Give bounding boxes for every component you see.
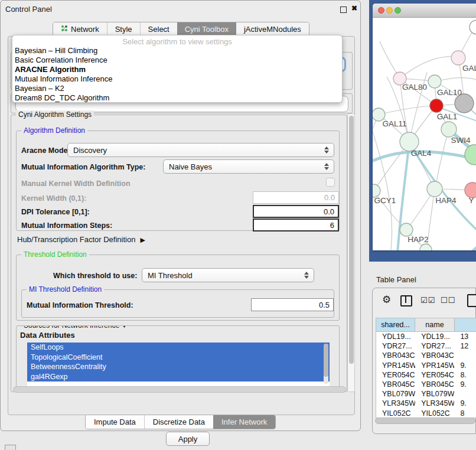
network-node[interactable] [465, 145, 476, 165]
algorithm-option[interactable]: Bayesian – Hill Climbing [12, 46, 342, 56]
list-scrollbar[interactable] [324, 344, 328, 384]
table-row[interactable]: YBR045CYBR045C9. [376, 380, 476, 389]
network-node[interactable] [420, 244, 432, 250]
table-cell: YIL052C [415, 409, 454, 418]
algorithm-option[interactable]: Dream8 DC_TDC Algorithm [12, 93, 342, 103]
tab-jactivemnodules[interactable]: jActiveMNodules [236, 22, 309, 36]
settings-legend: Cyni Algorithm Settings [16, 110, 94, 119]
deselect-all-checkboxes-icon[interactable]: ☐☐ [441, 296, 455, 305]
table-panel-window: ⚙ ☑☑ ☐☐ shared... name YDL19...YDL19...1… [372, 288, 476, 434]
network-node[interactable] [451, 51, 465, 65]
network-node-label: GAL1 [437, 112, 458, 121]
table-cell: 8. [454, 371, 476, 379]
mi-steps-input[interactable]: 6 [253, 219, 339, 231]
mi-type-value: Naive Bayes [169, 162, 212, 171]
table-cell: YDL19... [376, 332, 415, 341]
hub-definition-toggle[interactable]: Hub/Transcription Factor Definition▶ [17, 235, 145, 244]
kernel-width-input[interactable]: 0.0 [253, 191, 339, 204]
close-traffic-light-icon[interactable] [378, 7, 384, 14]
algorithm-option[interactable]: Basic Correlation Inference [12, 56, 342, 65]
close-icon[interactable]: ✖ [351, 4, 357, 12]
control-panel-title: Control Panel [5, 5, 52, 14]
network-canvas[interactable]: GALGAL80GAL10GAL11GAL1SWI4GAL4GCY1HAP4YH… [373, 18, 476, 250]
table-row[interactable]: YLR345WYLR345W9. [376, 399, 476, 408]
data-attribute-item[interactable]: BetweennessCentrality [27, 362, 330, 372]
minimize-traffic-light-icon[interactable] [386, 7, 393, 14]
settings-vertical-scrollbar[interactable] [347, 113, 355, 392]
algorithm-option[interactable]: ARACNE Algorithm [12, 65, 342, 74]
aracne-mode-select[interactable]: Discovery [67, 143, 334, 157]
bottom-tabbar: Impute Data Discretize Data Infer Networ… [85, 415, 276, 429]
network-node[interactable] [428, 75, 441, 88]
network-node[interactable] [441, 122, 457, 137]
data-attribute-item[interactable]: TopologicalCoefficient [27, 353, 330, 363]
tab-cyni-toolbox[interactable]: Cyni Toolbox [177, 22, 236, 36]
tab-infer-network[interactable]: Infer Network [213, 415, 275, 429]
table-cell: YBR045C [376, 380, 415, 389]
tab-cyni-toolbox-label: Cyni Toolbox [185, 22, 229, 36]
threshold-definition-group: Threshold Definition Which threshold to … [16, 255, 340, 321]
network-node-label: GAL [462, 64, 476, 73]
algorithm-dropdown-popup: Select algorithm to view settings Bayesi… [12, 35, 343, 103]
dpi-tolerance-input[interactable]: 0.0 [253, 205, 339, 218]
table-row[interactable]: YPR145WYPR145W9. [376, 361, 476, 370]
stepper-arrows-icon [304, 272, 309, 279]
zoom-traffic-light-icon[interactable] [395, 7, 401, 14]
column-header-shared[interactable]: shared... [376, 318, 415, 331]
table-row[interactable]: YER054CYER054C8. [376, 370, 476, 380]
algorithm-option[interactable]: Bayesian – K2 [12, 84, 342, 93]
mit-input[interactable]: 0.5 [251, 298, 334, 311]
network-node[interactable] [430, 99, 443, 112]
network-view-window: GALGAL80GAL10GAL11GAL1SWI4GAL4GCY1HAP4YH… [373, 4, 476, 250]
tab-discretize-data[interactable]: Discretize Data [144, 415, 213, 429]
kernel-width-label: Kernel Width (0,1): [21, 194, 86, 203]
table-cell: YLR345W [376, 399, 415, 407]
manual-kernel-checkbox[interactable] [326, 178, 335, 187]
node-table: shared... name YDL19...YDL19...13YDR27..… [376, 318, 476, 418]
algorithm-option[interactable]: Mutual Information Inference [12, 74, 342, 84]
tab-impute-data[interactable]: Impute Data [86, 415, 144, 429]
network-node[interactable] [470, 20, 476, 34]
table-row[interactable]: YBL079WYBL079W [376, 389, 476, 399]
document-icon[interactable] [467, 294, 476, 307]
bottom-left-mini-button[interactable] [5, 445, 16, 450]
mi-type-select[interactable]: Naive Bayes [163, 159, 334, 174]
threshold-legend: Threshold Definition [21, 250, 89, 259]
network-node[interactable] [427, 181, 442, 197]
table-horizontal-scrollbar[interactable] [375, 418, 475, 424]
gear-icon[interactable]: ⚙ [382, 294, 391, 306]
select-all-checkboxes-icon[interactable]: ☑☑ [420, 296, 435, 305]
stepper-arrows-icon [324, 163, 329, 170]
cyni-toolbox-panel: Select algorithm to view settings Bayesi… [8, 36, 355, 415]
sources-legend-label: Sources for Network Inference [24, 325, 119, 330]
table-cell: 8 [454, 409, 476, 418]
data-attributes-list: SelfLoopsTopologicalCoefficientBetweenne… [27, 343, 330, 386]
settings-horizontal-scrollbar[interactable] [13, 386, 346, 393]
network-window-titlebar[interactable] [373, 4, 476, 18]
network-node[interactable] [373, 184, 380, 197]
mi-threshold-group: MI Threshold Definition Mutual Informati… [21, 289, 334, 318]
tab-style[interactable]: Style [107, 22, 140, 36]
network-node[interactable] [400, 223, 413, 236]
table-row[interactable]: YBR043CYBR043C [376, 351, 476, 360]
table-cell: 9. [454, 399, 476, 407]
dpi-tolerance-label: DPI Tolerance [0,1]: [21, 208, 90, 216]
which-threshold-select[interactable]: MI Threshold [142, 268, 314, 282]
apply-button[interactable]: Apply [166, 432, 210, 446]
sources-legend[interactable]: Sources for Network Inference ▼ [21, 325, 129, 330]
column-header-name[interactable]: name [415, 318, 454, 331]
tab-network[interactable]: Network [53, 22, 107, 36]
split-columns-icon[interactable] [400, 295, 412, 306]
tab-select[interactable]: Select [140, 22, 177, 36]
data-attribute-item[interactable]: gal4RGexp [27, 372, 330, 382]
table-cell: 12 [454, 342, 476, 350]
data-attributes-label: Data Attributes [20, 331, 75, 340]
table-row[interactable]: YIL052CYIL052C8 [376, 409, 476, 418]
table-row[interactable]: YDR27...YDR27...12 [376, 341, 476, 351]
float-window-icon[interactable] [340, 6, 347, 13]
column-header-partial[interactable] [455, 318, 476, 331]
network-icon [61, 22, 68, 36]
manual-kernel-label: Manual Kernel Width Definition [21, 180, 131, 188]
table-row[interactable]: YDL19...YDL19...13 [376, 332, 476, 341]
data-attribute-item[interactable]: SelfLoops [27, 343, 330, 353]
